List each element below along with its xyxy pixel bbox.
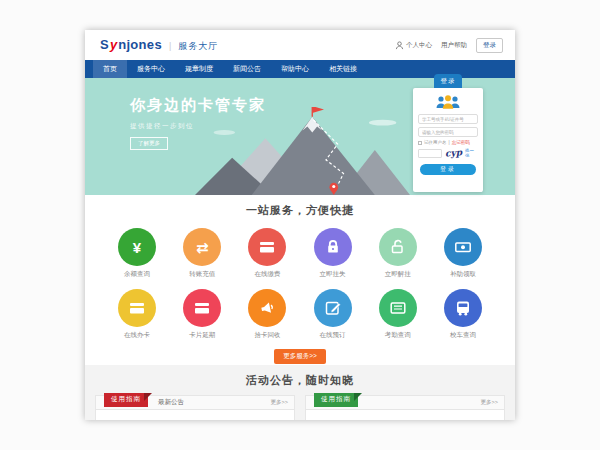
services-row-2: 在线办卡 卡片延期 拾卡回收 在线预订 — [85, 289, 515, 340]
more-services-button[interactable]: 更多服务>> — [274, 349, 326, 364]
service-label: 立即解挂 — [371, 270, 425, 279]
remember-row: 记住用户名 | 忘记密码 — [418, 140, 478, 145]
banknote-icon — [444, 228, 482, 266]
announcements-title: 活动公告，随时知晓 — [85, 365, 515, 388]
person-icon — [395, 41, 404, 50]
announcements-right-panel: 使用指南 更多>> — [305, 395, 505, 420]
service-item-online-booking[interactable]: 在线预订 — [306, 289, 360, 340]
service-item-report-loss[interactable]: 立即挂失 — [306, 228, 360, 279]
announcements-left-panel: 使用指南 最新公告 更多>> — [95, 395, 295, 420]
bus-icon — [444, 289, 482, 327]
service-label: 在线缴费 — [240, 270, 294, 279]
captcha-image[interactable]: cyp — [445, 147, 463, 158]
service-label: 立即挂失 — [306, 270, 360, 279]
captcha-row: cyp 换一张 — [418, 148, 478, 158]
remember-checkbox[interactable] — [418, 141, 422, 145]
nav-item-rules[interactable]: 规章制度 — [175, 60, 223, 78]
service-label: 在线预订 — [306, 331, 360, 340]
login-tab[interactable]: 登录 — [434, 74, 462, 88]
site-name: 服务大厅 — [178, 40, 218, 53]
usage-guide-ribbon[interactable]: 使用指南 — [104, 393, 148, 407]
header-login-button[interactable]: 登录 — [476, 38, 503, 53]
service-item-subsidy[interactable]: 补助领取 — [436, 228, 490, 279]
personal-center-label: 个人中心 — [406, 41, 432, 50]
personal-center-link[interactable]: 个人中心 — [395, 41, 432, 50]
page-container: Synjones | 服务大厅 个人中心 用户帮助 登录 首页 服务中心 规章制… — [85, 30, 515, 420]
logo[interactable]: Synjones | 服务大厅 — [100, 37, 218, 53]
remember-label: 记住用户名 — [424, 140, 447, 145]
service-item-apply-card[interactable]: 在线办卡 — [110, 289, 164, 340]
right-panel-header: 使用指南 更多>> — [305, 395, 505, 410]
service-label: 考勤查询 — [371, 331, 425, 340]
announcement-panels: 使用指南 最新公告 更多>> 使用指南 更多>> — [85, 395, 515, 420]
user-help-label: 用户帮助 — [441, 41, 467, 50]
right-more-link[interactable]: 更多>> — [481, 399, 498, 406]
hero-title: 你身边的卡管专家 — [130, 96, 266, 115]
hero-subtitle: 提供捷径一步到位 — [130, 122, 266, 131]
header-actions: 个人中心 用户帮助 登录 — [395, 38, 503, 53]
announcements-section: 活动公告，随时知晓 使用指南 最新公告 更多>> 使用指南 更多>> — [85, 365, 515, 420]
service-label: 在线办卡 — [110, 331, 164, 340]
site-header: Synjones | 服务大厅 个人中心 用户帮助 登录 — [85, 30, 515, 60]
services-title: 一站服务，方便快捷 — [85, 195, 515, 218]
services-row-1: ¥ 余额查询 ⇄ 转账充值 在线缴费 立即挂失 — [85, 228, 515, 279]
users-icon — [418, 94, 478, 111]
left-panel-header: 使用指南 最新公告 更多>> — [95, 395, 295, 410]
service-item-card-return[interactable]: 拾卡回收 — [240, 289, 294, 340]
lock-icon — [314, 228, 352, 266]
bank-card-icon — [248, 228, 286, 266]
service-item-attendance[interactable]: 考勤查询 — [371, 289, 425, 340]
login-submit-button[interactable]: 登录 — [420, 164, 476, 175]
remember-separator: | — [449, 140, 450, 145]
nav-item-links[interactable]: 相关链接 — [319, 60, 367, 78]
latest-announcements-tab[interactable]: 最新公告 — [158, 398, 184, 407]
forgot-password-link[interactable]: 忘记密码 — [452, 140, 470, 145]
user-help-link[interactable]: 用户帮助 — [441, 41, 467, 50]
logo-text-rest: njones — [118, 37, 162, 52]
bank-card-icon — [183, 289, 221, 327]
service-item-unfreeze[interactable]: 立即解挂 — [371, 228, 425, 279]
transfer-icon: ⇄ — [183, 228, 221, 266]
megaphone-icon — [248, 289, 286, 327]
service-label: 余额查询 — [110, 270, 164, 279]
captcha-input[interactable] — [418, 149, 442, 158]
nav-item-help-center[interactable]: 帮助中心 — [271, 60, 319, 78]
service-item-transfer-recharge[interactable]: ⇄ 转账充值 — [175, 228, 229, 279]
username-input[interactable] — [418, 114, 478, 124]
hero-text: 你身边的卡管专家 提供捷径一步到位 了解更多 — [130, 96, 266, 150]
bank-card-icon — [118, 289, 156, 327]
nav-item-news[interactable]: 新闻公告 — [223, 60, 271, 78]
captcha-refresh-link[interactable]: 换一张 — [465, 148, 478, 158]
logo-text: S — [100, 37, 109, 52]
service-label: 卡片延期 — [175, 331, 229, 340]
left-panel-body — [95, 410, 295, 420]
attendance-icon — [379, 289, 417, 327]
service-label: 校车查询 — [436, 331, 490, 340]
service-label: 转账充值 — [175, 270, 229, 279]
logo-swoosh: y — [110, 37, 117, 52]
service-item-balance-inquiry[interactable]: ¥ 余额查询 — [110, 228, 164, 279]
service-item-online-payment[interactable]: 在线缴费 — [240, 228, 294, 279]
unlock-icon — [379, 228, 417, 266]
edit-icon — [314, 289, 352, 327]
yen-icon: ¥ — [118, 228, 156, 266]
service-label: 拾卡回收 — [240, 331, 294, 340]
login-panel: 记住用户名 | 忘记密码 cyp 换一张 登录 — [413, 88, 483, 192]
services-section: 一站服务，方便快捷 ¥ 余额查询 ⇄ 转账充值 在线缴费 立即挂失 — [85, 195, 515, 365]
service-item-school-bus[interactable]: 校车查询 — [436, 289, 490, 340]
service-label: 补助领取 — [436, 270, 490, 279]
left-more-link[interactable]: 更多>> — [271, 399, 288, 406]
password-input[interactable] — [418, 127, 478, 137]
logo-separator: | — [169, 41, 171, 51]
hero-cta-button[interactable]: 了解更多 — [130, 137, 168, 150]
usage-guide-ribbon[interactable]: 使用指南 — [314, 393, 358, 407]
service-item-card-renewal[interactable]: 卡片延期 — [175, 289, 229, 340]
nav-item-home[interactable]: 首页 — [93, 60, 127, 78]
right-panel-body — [305, 410, 505, 420]
nav-item-service-center[interactable]: 服务中心 — [127, 60, 175, 78]
